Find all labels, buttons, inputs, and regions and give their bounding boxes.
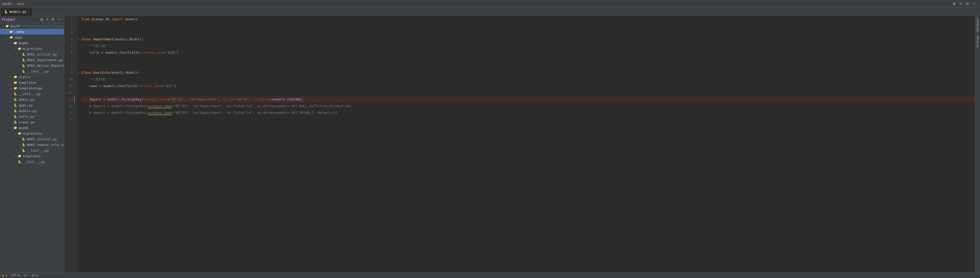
sidebar-btn-2[interactable]: ≡ [45, 17, 49, 22]
sidebar-item-templates1[interactable]: ▸ 📁 templates [0, 79, 64, 85]
status-warnings[interactable]: ▲ 2 [2, 274, 7, 277]
sidebar-item-label-init3: __init__.py [27, 148, 49, 153]
toolbar-btn-2[interactable]: ≡ [958, 1, 963, 6]
sidebar-item-0001b[interactable]: 🐍 0001_initial.py [0, 136, 64, 142]
tab-close-btn[interactable]: ✕ [28, 10, 29, 13]
arrow-down-icon-app02: ▾ [9, 126, 13, 129]
sidebar-item-label: day04 [10, 24, 20, 28]
sidebar-item-app01[interactable]: ▾ 📁 app01 [0, 40, 64, 46]
breadcrumb-day04[interactable]: day04 [2, 2, 11, 6]
sidebar-item-apps[interactable]: ▾ 📁 apps [0, 35, 64, 40]
sidebar-item-0001[interactable]: 🐍 0001_initial.py [0, 51, 64, 57]
code-line-3 [81, 29, 975, 36]
arrow-down-icon-mig: ▾ [13, 47, 18, 50]
sidebar-item-init3[interactable]: 🐍 __init__.py [0, 148, 64, 153]
sidebar-btn-3[interactable]: ⚙ [50, 17, 56, 22]
sidebar-item-apps-py[interactable]: 🐍 apps.py [0, 102, 64, 108]
token-base9: (models.Model): [110, 69, 140, 76]
ln-7: 7 [64, 56, 75, 63]
top-breadcrumb-bar: day04 › .venv ⊞ ≡ ⚙ — [0, 0, 980, 8]
code-line-15: # depart = models.ForeignKey(verbose_nam… [81, 110, 975, 116]
token-vn13: verbose_name [144, 96, 168, 103]
token-eq13b: = [192, 96, 195, 103]
sidebar-item-tests[interactable]: 🐍 tests.py [0, 114, 64, 119]
toolbar-btn-4[interactable]: — [972, 1, 978, 6]
code-lines[interactable]: from django.db import models ▾ class Dep… [77, 16, 975, 272]
sidebar-item-label-templates2: templates [22, 154, 41, 158]
code-line-9: ▾ class UserInfo(models.Model): [81, 69, 975, 76]
sidebar-item-templates2[interactable]: ▸ 📁 templates [0, 153, 64, 159]
sidebar-item-label-0003: 0003_delete_department.p [27, 64, 64, 68]
right-panel: Database SciView [975, 16, 980, 272]
sidebar-item-label-models-py: models.py [19, 109, 37, 113]
token-comment14: # depart = models.ForeignKey(verbose_nam… [81, 103, 352, 110]
toolbar-btn-1[interactable]: ⊞ [951, 1, 957, 6]
fold-arrow-9[interactable]: ▾ [78, 69, 79, 76]
token-class1: class [81, 36, 91, 43]
sidebar-item-label-views: views.py [19, 120, 35, 124]
py-icon-apps: 🐍 [13, 103, 18, 107]
sidebar-item-label-init4: __init__.py [22, 160, 45, 164]
sidebar-item-init4[interactable]: 🐍 __init__.py [0, 159, 64, 164]
token-eq11: = [162, 83, 164, 89]
token-eq13a: = [168, 96, 170, 103]
ln-16: 16 [64, 116, 75, 123]
token-comma13c: , [249, 96, 253, 103]
sidebar-btn-4[interactable]: — [57, 17, 62, 22]
ln-9: 9 [64, 69, 75, 76]
token-comma13a: , [185, 96, 189, 103]
sidebar-item-label-tests: tests.py [19, 114, 35, 118]
ln-1: 1 [64, 16, 75, 22]
py-icon-0001: 🐍 [22, 52, 26, 56]
templatetags-folder-icon: 📁 [13, 86, 18, 90]
migrations2-folder-icon: 📁 [18, 131, 22, 135]
ln-6: 6 [64, 49, 75, 56]
sidebar-item-migrations2[interactable]: ▾ 📁 migrations [0, 130, 64, 136]
sidebar-item-migrations[interactable]: ▾ 📁 migrations [0, 46, 64, 51]
ln-5: 5 [64, 43, 75, 49]
code-line-10: """用户表""" [81, 76, 975, 83]
code-line-11: name = models.CharField(verbose_name="姓名… [81, 83, 975, 89]
sidebar-item-static[interactable]: ▸ 📁 static [0, 74, 64, 79]
code-line-13: depart = models.ForeignKey(verbose_name=… [81, 96, 975, 103]
sidebar-item-admin[interactable]: 🐍 admin.py [0, 97, 64, 102]
sidebar-item-init2[interactable]: 🐍 __init__.py [0, 91, 64, 97]
token-rest13: =models.CASCADE) [271, 96, 303, 103]
venv-folder-icon: 📂 [9, 30, 13, 34]
sidebar-item-label-static: static [19, 75, 30, 79]
database-panel-label[interactable]: Database [975, 16, 980, 34]
sidebar-btn-1[interactable]: ⊞ [39, 17, 44, 22]
breadcrumb-venv[interactable]: .venv [15, 2, 24, 6]
sidebar-item-label-0001b: 0001_initial.py [27, 137, 57, 141]
code-line-6: title = models.CharField(verbose_name="标… [81, 49, 975, 56]
sciview-panel-label[interactable]: SciView [975, 34, 980, 49]
token-comment15: # depart = models.ForeignKey(verbose_nam… [81, 110, 337, 116]
sidebar-item-label-0002b: 0002_remove_role_count.py [27, 143, 64, 147]
py-icon-0003: 🐍 [22, 64, 26, 68]
sidebar-item-day04[interactable]: ▾ 📁 day04 ~/PycharmProjects/5x_djan... [0, 23, 64, 29]
fold-arrow-4[interactable]: ▾ [78, 36, 79, 43]
sidebar-item-venv[interactable]: ▸ 📂 .venv [0, 29, 64, 35]
code-editor[interactable]: 1 2 3 4 5 6 7 8 9 10 11 12 13 14 [64, 16, 975, 272]
sidebar-item-init1[interactable]: 🐍 __init__.py [0, 68, 64, 74]
tab-models-py[interactable]: 🐍 models.py ✕ [1, 8, 33, 16]
token-userinfo: UserInfo [93, 69, 110, 76]
sidebar-item-0002[interactable]: 🐍 0002_department.py [0, 57, 64, 63]
main-area: Project ⊞ ≡ ⚙ — ▾ 📁 day04 ~/PycharmProje… [0, 16, 980, 272]
migrations-folder-icon: 📁 [18, 46, 22, 51]
code-content[interactable]: 1 2 3 4 5 6 7 8 9 10 11 12 13 14 [64, 16, 975, 272]
static-folder-icon: 📁 [13, 75, 18, 79]
sidebar-item-models-py[interactable]: 🐍 models.py [0, 108, 64, 114]
token-from: from [81, 16, 89, 22]
arrow-down-icon-apps: ▾ [5, 36, 9, 39]
sidebar-item-app02[interactable]: ▾ 📁 app02 [0, 125, 64, 130]
sidebar-item-0003[interactable]: 🐍 0003_delete_department.p [0, 63, 64, 68]
token-indent10 [81, 76, 89, 83]
sidebar-item-templatetags[interactable]: ▸ 📁 templatetags [0, 85, 64, 91]
sidebar-item-views[interactable]: 🐍 views.py [0, 119, 64, 125]
toolbar-btn-3[interactable]: ⚙ [964, 1, 970, 6]
sidebar-item-0002b[interactable]: 🐍 0002_remove_role_count.py [0, 142, 64, 148]
sidebar-item-label-templates1: templates [19, 81, 37, 84]
code-line-8 [81, 63, 975, 69]
folder-icon: 📁 [5, 24, 9, 28]
